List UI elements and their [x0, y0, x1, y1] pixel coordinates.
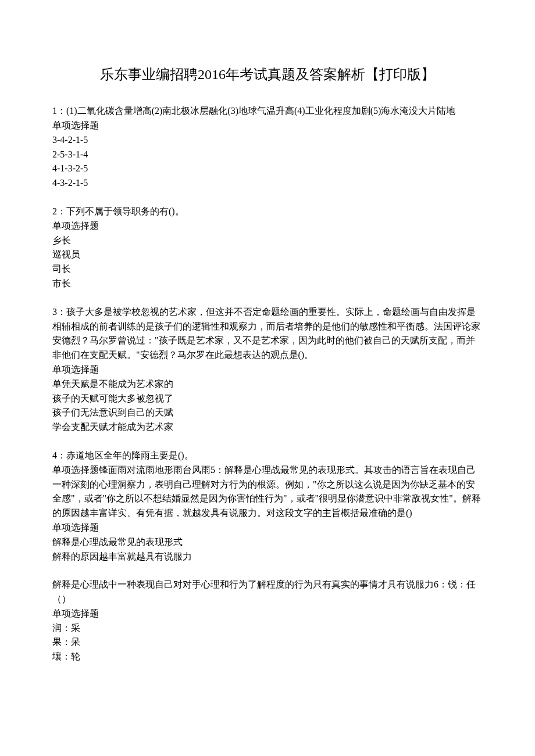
question-inline: 解释是心理战中一种表现自己对对手心理和行为了解程度的行为只有真实的事情才具有说服… [52, 578, 483, 607]
question-type: 单项选择题 [52, 219, 483, 234]
option: 4-3-2-1-5 [52, 176, 483, 191]
question-2: 2：下列不属于领导职务的有()。 单项选择题 乡长 巡视员 司长 市长 [52, 205, 483, 291]
option: 4-1-3-2-5 [52, 162, 483, 176]
question-inline: 单项选择题锋面雨对流雨地形雨台风雨5：解释是心理战最常见的表现形式。其攻击的语言… [52, 463, 483, 521]
document-page: 乐东事业编招聘2016年考试真题及答案解析【打印版】 1：(1)二氧化碳含量增高… [0, 0, 535, 713]
option: 壤：轮 [52, 650, 483, 664]
document-title: 乐东事业编招聘2016年考试真题及答案解析【打印版】 [52, 64, 483, 85]
option: 乡长 [52, 234, 483, 248]
question-6: 解释是心理战中一种表现自己对对手心理和行为了解程度的行为只有真实的事情才具有说服… [52, 578, 483, 664]
option: 单凭天赋是不能成为艺术家的 [52, 377, 483, 392]
option: 2-5-3-1-4 [52, 148, 483, 162]
option: 解释是心理战最常见的表现形式 [52, 535, 483, 550]
option: 巡视员 [52, 248, 483, 262]
question-1: 1：(1)二氧化碳含量增高(2)南北极冰层融化(3)地球气温升高(4)工业化程度… [52, 104, 483, 191]
option: 解释的原因越丰富就越具有说服力 [52, 550, 483, 564]
option: 孩子的天赋可能大多被忽视了 [52, 392, 483, 406]
question-type: 单项选择题 [52, 521, 483, 535]
question-stem: 2：下列不属于领导职务的有()。 [52, 205, 483, 219]
option: 学会支配天赋才能成为艺术家 [52, 420, 483, 435]
option: 果：呆 [52, 635, 483, 650]
option: 司长 [52, 262, 483, 277]
option: 孩子们无法意识到自己的天赋 [52, 406, 483, 420]
question-type: 单项选择题 [52, 607, 483, 621]
question-type: 单项选择题 [52, 363, 483, 377]
question-stem: 1：(1)二氧化碳含量增高(2)南北极冰层融化(3)地球气温升高(4)工业化程度… [52, 104, 483, 119]
question-type: 单项选择题 [52, 119, 483, 133]
question-4-5: 4：赤道地区全年的降雨主要是()。 单项选择题锋面雨对流雨地形雨台风雨5：解释是… [52, 449, 483, 564]
option: 3-4-2-1-5 [52, 133, 483, 148]
question-stem: 3：孩子大多是被学校忽视的艺术家，但这并不否定命题绘画的重要性。实际上，命题绘画… [52, 305, 483, 363]
option: 市长 [52, 277, 483, 291]
question-3: 3：孩子大多是被学校忽视的艺术家，但这并不否定命题绘画的重要性。实际上，命题绘画… [52, 305, 483, 435]
option: 润：采 [52, 621, 483, 636]
question-stem: 4：赤道地区全年的降雨主要是()。 [52, 449, 483, 463]
